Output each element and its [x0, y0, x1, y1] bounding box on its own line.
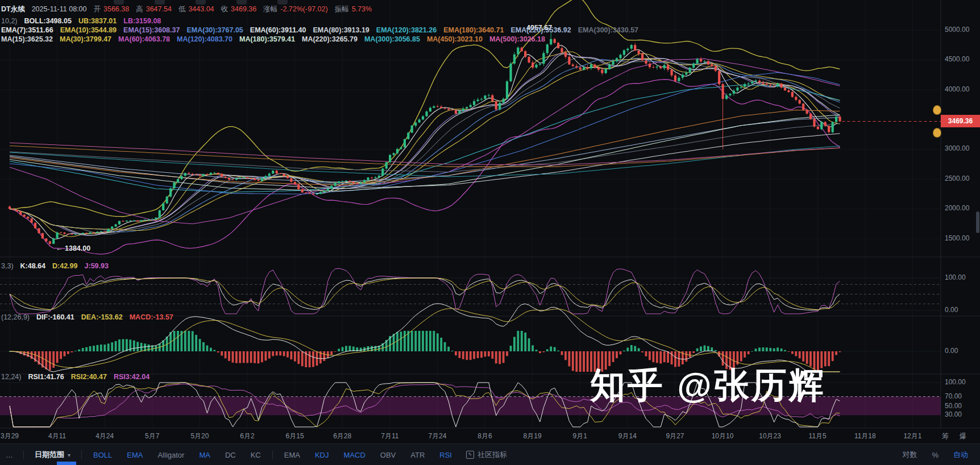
- ohlc-pair: 开3566.38: [94, 5, 130, 14]
- ohlc-pair: 低3443.04: [178, 5, 214, 14]
- ma-readout-row: MA(15):3625.32MA(30):3799.47MA(60):4063.…: [1, 35, 545, 44]
- cutoff-icon: [114, 0, 124, 5]
- symbol-label: DT永续: [1, 5, 25, 14]
- indicator-button-alligator[interactable]: Alligator: [150, 451, 192, 459]
- bottom-toolbar: … 日期范围 ▾ BOLLEMAAlligatorMADCKC EMAKDJMA…: [0, 443, 980, 465]
- macd-token: DIF:-160.41: [36, 313, 74, 322]
- kdj-token: 3,3): [1, 262, 14, 271]
- price-axis-label: 1500.00: [945, 234, 969, 242]
- ma-token: MA(300):3056.85: [364, 35, 420, 44]
- cutoff-icon: [196, 0, 206, 5]
- indicator-button-boll[interactable]: BOLL: [86, 451, 119, 459]
- price-axis-label: 5000.00: [945, 26, 969, 34]
- time-axis-label: 6月15: [286, 431, 304, 441]
- ema-token: EMA(10):3544.89: [60, 26, 117, 35]
- overlay-indicator-group: BOLLEMAAlligatorMADCKC: [86, 451, 268, 459]
- scale-options-group: 对数%自动: [895, 450, 975, 460]
- cutoff-icon: [155, 0, 165, 5]
- time-axis-label: 5月20: [190, 431, 209, 441]
- ohlc-label: 开: [94, 5, 101, 14]
- indicator-button-ema[interactable]: EMA: [277, 451, 308, 459]
- indicator-button-macd[interactable]: MACD: [337, 451, 373, 459]
- ma-token: MA(500):3026.18: [489, 35, 545, 44]
- time-axis-label: 11月18: [854, 431, 876, 441]
- price-alert-icon[interactable]: [933, 105, 941, 115]
- price-alert-icon[interactable]: [933, 128, 941, 138]
- scrollbar-thumb[interactable]: [976, 211, 979, 233]
- ma-token: MA(30):3799.47: [60, 35, 111, 44]
- price-axis-label: 4000.00: [945, 85, 969, 93]
- ohlc-label: 收: [221, 5, 229, 14]
- scale-button-%[interactable]: %: [924, 451, 946, 459]
- price-axis-label: 0.00: [945, 347, 958, 355]
- rsi-token: 12,24): [1, 373, 21, 381]
- cutoff-toolbar-icons: [114, 0, 288, 5]
- ema-token: EMA(180):3640.71: [443, 26, 504, 35]
- date-range-label: 日期范围: [35, 450, 64, 460]
- price-axis-label: 70.00: [945, 392, 962, 400]
- ohlc-readout-row: DT永续2025-11-11 08:00开3566.38高3647.54低344…: [1, 5, 372, 14]
- indicator-button-kc[interactable]: KC: [243, 451, 268, 459]
- ohlc-value: 5.73%: [352, 5, 372, 14]
- scale-button-对数[interactable]: 对数: [895, 450, 924, 460]
- datetime-label: 2025-11-11 08:00: [32, 5, 87, 14]
- time-axis-label: 8月6: [477, 431, 492, 441]
- time-axis-label: 11月5: [809, 431, 827, 441]
- community-indicators-icon: ✎: [466, 451, 474, 459]
- ma-token: MA(15):3625.32: [1, 35, 53, 44]
- ma-token: MA(180):3579.41: [239, 35, 295, 44]
- kdj-token: K:48.64: [20, 262, 45, 271]
- ohlc-label: 振幅: [335, 5, 349, 14]
- cutoff-icon: [277, 0, 288, 5]
- time-axis-label: 7月24: [428, 431, 446, 441]
- price-axis-label: 0.00: [945, 306, 958, 314]
- kdj-token: D:42.99: [52, 262, 77, 271]
- date-range-button[interactable]: 日期范围 ▾: [28, 450, 77, 460]
- macd-readout-row: (12,26,9)DIF:-160.41DEA:-153.62MACD:-13.…: [1, 313, 173, 322]
- ema-token: EMA(120):3821.26: [376, 26, 437, 35]
- boll-token: LB:3159.08: [123, 17, 161, 26]
- price-axis-label: 50.00: [945, 402, 962, 410]
- community-indicators-label: 社区指标: [477, 450, 507, 460]
- macd-token: MACD:-13.57: [130, 313, 173, 322]
- price-axis-label: 30.00: [945, 410, 962, 418]
- low-price-annotation: ← 1384.00: [56, 244, 90, 252]
- macd-token: DEA:-153.62: [81, 313, 123, 322]
- ohlc-value: 3469.36: [231, 5, 256, 14]
- indicator-button-atr[interactable]: ATR: [403, 451, 432, 459]
- cutoff-icon: [236, 0, 247, 5]
- more-button[interactable]: …: [0, 451, 19, 459]
- indicator-button-dc[interactable]: DC: [218, 451, 243, 459]
- time-axis: 3月294月114月245月75月206月26月156月287月117月248月…: [0, 429, 980, 443]
- chevron-down-icon: ▾: [68, 452, 70, 458]
- indicator-button-ma[interactable]: MA: [192, 451, 218, 459]
- date-range-highlight: [57, 462, 76, 465]
- ohlc-value: 3443.04: [188, 5, 214, 14]
- sub-indicator-group: EMAKDJMACDOBVATRRSI: [277, 451, 459, 459]
- ohlc-value: 3566.38: [103, 5, 129, 14]
- ohlc-pair: 涨幅-2.72%(-97.02): [263, 5, 327, 14]
- ema-token: EMA(60):3911.40: [250, 26, 306, 35]
- indicator-button-rsi[interactable]: RSI: [432, 451, 459, 459]
- ema-token: EMA(80):3913.19: [313, 26, 369, 35]
- kdj-token: J:59.93: [85, 262, 109, 271]
- indicator-button-ema[interactable]: EMA: [119, 451, 150, 459]
- time-axis-label: 5月7: [145, 431, 159, 441]
- macd-token: (12,26,9): [1, 313, 30, 322]
- last-price-tag: 3469.36: [941, 115, 980, 127]
- time-axis-label: 10月10: [712, 431, 734, 441]
- community-indicators-button[interactable]: ✎ 社区指标: [459, 450, 514, 460]
- indicator-button-obv[interactable]: OBV: [373, 451, 403, 459]
- price-axis-label: 3000.00: [945, 144, 969, 152]
- toolbar-divider: [81, 450, 82, 459]
- time-axis-label: 9月27: [666, 431, 684, 441]
- time-axis-label: 9月14: [618, 431, 637, 441]
- scale-button-自动[interactable]: 自动: [946, 450, 975, 460]
- ohlc-label: 高: [136, 5, 143, 14]
- time-axis-label: 4月24: [95, 431, 114, 441]
- kdj-readout-row: 3,3)K:48.64D:42.99J:59.93: [1, 262, 109, 271]
- ema-token: EMA(15):3608.37: [123, 26, 180, 35]
- indicator-button-kdj[interactable]: KDJ: [308, 451, 337, 459]
- boll-token: BOLL:3498.05: [24, 17, 72, 26]
- ema-token: EMA(300):3430.57: [578, 26, 638, 35]
